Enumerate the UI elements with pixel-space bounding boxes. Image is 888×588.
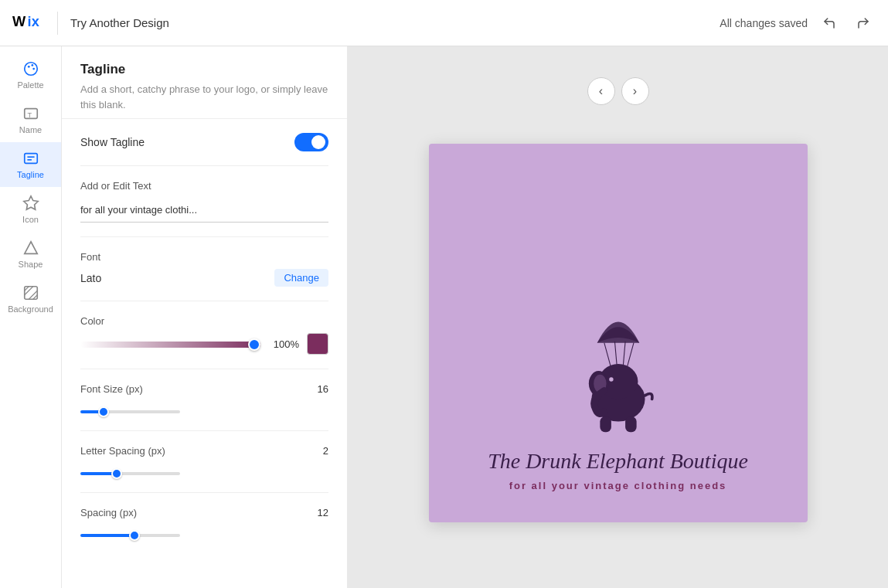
palette-icon bbox=[22, 60, 39, 77]
show-tagline-section: Show Tagline bbox=[80, 119, 328, 166]
svg-text:W: W bbox=[12, 14, 26, 29]
text-edit-label: Add or Edit Text bbox=[80, 180, 328, 192]
font-size-value: 16 bbox=[307, 383, 328, 395]
color-opacity-value: 100% bbox=[268, 338, 299, 350]
sidebar-item-tagline[interactable]: Tagline bbox=[0, 142, 61, 187]
topbar-divider bbox=[57, 12, 58, 35]
color-slider-wrap bbox=[80, 337, 260, 351]
svg-rect-8 bbox=[24, 154, 37, 164]
shape-label: Shape bbox=[19, 260, 43, 269]
panel-description: Add a short, catchy phrase to your logo,… bbox=[80, 82, 328, 112]
canvas-area: ‹ › bbox=[348, 46, 888, 588]
sidebar-icons: Palette T Name Tagline Icon bbox=[0, 46, 62, 588]
icon-icon bbox=[22, 195, 39, 212]
show-tagline-toggle[interactable] bbox=[294, 133, 328, 151]
name-icon: T bbox=[22, 105, 39, 122]
undo-button[interactable] bbox=[817, 11, 842, 36]
svg-point-3 bbox=[27, 66, 29, 68]
saved-status: All changes saved bbox=[720, 17, 808, 29]
canvas-nav: ‹ › bbox=[587, 77, 649, 105]
font-size-label: Font Size (px) bbox=[80, 383, 143, 395]
font-label: Font bbox=[80, 251, 328, 263]
wix-logo: W ix bbox=[12, 14, 45, 32]
icon-label: Icon bbox=[22, 215, 39, 224]
tagline-icon bbox=[22, 150, 39, 167]
svg-point-4 bbox=[31, 64, 33, 66]
main-area: Palette T Name Tagline Icon bbox=[0, 46, 888, 588]
change-font-button[interactable]: Change bbox=[274, 269, 328, 287]
spacing-slider[interactable] bbox=[80, 534, 180, 537]
svg-marker-11 bbox=[23, 196, 37, 209]
sidebar-item-palette[interactable]: Palette bbox=[0, 53, 61, 97]
logo-card: The Drunk Elephant Boutique for all your… bbox=[429, 144, 808, 522]
font-name: Lato bbox=[80, 272, 101, 284]
letter-spacing-slider[interactable] bbox=[80, 472, 180, 475]
text-edit-section: Add or Edit Text bbox=[80, 166, 328, 237]
logo-main-text: The Drunk Elephant Boutique bbox=[488, 449, 748, 474]
letter-spacing-label: Letter Spacing (px) bbox=[80, 445, 165, 457]
shape-icon bbox=[22, 240, 39, 257]
svg-text:T: T bbox=[27, 111, 32, 119]
font-row: Lato Change bbox=[80, 269, 328, 287]
redo-button[interactable] bbox=[851, 11, 876, 36]
svg-text:ix: ix bbox=[28, 14, 39, 29]
sidebar-item-background[interactable]: Background bbox=[0, 277, 61, 321]
topbar-title: Try Another Design bbox=[70, 16, 169, 29]
panel-title: Tagline bbox=[80, 62, 328, 77]
svg-point-2 bbox=[24, 63, 37, 76]
tagline-label: Tagline bbox=[17, 170, 44, 179]
elephant-illustration bbox=[541, 287, 696, 441]
background-label: Background bbox=[8, 304, 53, 314]
logo-text-area: The Drunk Elephant Boutique for all your… bbox=[488, 449, 748, 522]
svg-rect-27 bbox=[600, 416, 611, 432]
topbar: W ix Try Another Design All changes save… bbox=[0, 0, 888, 46]
tagline-text-input[interactable] bbox=[80, 198, 328, 223]
color-swatch[interactable] bbox=[307, 333, 328, 355]
sidebar-item-icon[interactable]: Icon bbox=[0, 187, 61, 232]
spacing-value: 12 bbox=[307, 507, 328, 518]
panel-header: Tagline Add a short, catchy phrase to yo… bbox=[62, 46, 347, 119]
color-section: Color 100% bbox=[80, 301, 328, 369]
name-label: Name bbox=[19, 125, 42, 134]
letter-spacing-section: Letter Spacing (px) 2 bbox=[80, 431, 328, 493]
font-size-slider[interactable] bbox=[80, 410, 180, 413]
svg-line-16 bbox=[29, 291, 37, 299]
next-icon: › bbox=[633, 84, 637, 98]
color-label: Color bbox=[80, 315, 328, 327]
letter-spacing-value: 2 bbox=[307, 445, 328, 457]
svg-marker-12 bbox=[24, 242, 37, 254]
show-tagline-label: Show Tagline bbox=[80, 136, 145, 148]
next-button[interactable]: › bbox=[621, 77, 649, 105]
svg-point-26 bbox=[609, 377, 613, 381]
prev-icon: ‹ bbox=[599, 84, 603, 98]
spacing-section: Spacing (px) 12 bbox=[80, 493, 328, 554]
panel-body: Show Tagline Add or Edit Text Font Lato … bbox=[62, 119, 347, 588]
spacing-label: Spacing (px) bbox=[80, 507, 137, 518]
svg-point-5 bbox=[32, 68, 35, 70]
svg-rect-28 bbox=[625, 416, 637, 432]
sidebar-item-shape[interactable]: Shape bbox=[0, 232, 61, 277]
font-section: Font Lato Change bbox=[80, 237, 328, 301]
panel: Tagline Add a short, catchy phrase to yo… bbox=[62, 46, 348, 588]
color-opacity-slider[interactable] bbox=[80, 342, 260, 348]
palette-label: Palette bbox=[17, 80, 43, 90]
color-row: 100% bbox=[80, 333, 328, 355]
logo-sub-text: for all your vintage clothing needs bbox=[488, 480, 748, 491]
font-size-section: Font Size (px) 16 bbox=[80, 369, 328, 431]
prev-button[interactable]: ‹ bbox=[587, 77, 615, 105]
background-icon bbox=[22, 284, 39, 301]
logo-elephant-area bbox=[541, 144, 696, 449]
svg-line-15 bbox=[24, 287, 32, 295]
topbar-right: All changes saved bbox=[720, 11, 876, 36]
sidebar-item-name[interactable]: T Name bbox=[0, 97, 61, 142]
show-tagline-row: Show Tagline bbox=[80, 133, 328, 151]
toggle-slider bbox=[294, 133, 328, 151]
